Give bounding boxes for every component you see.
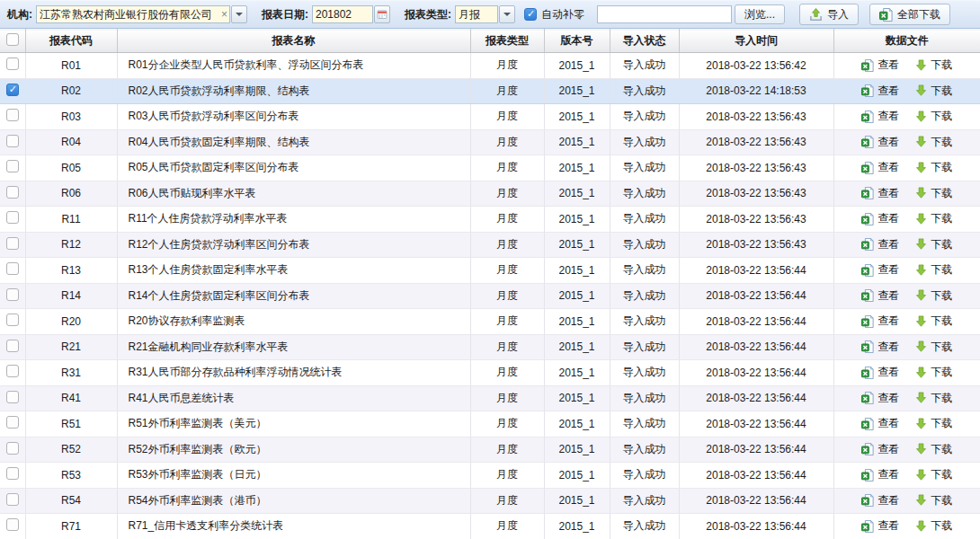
- table-row[interactable]: R21 R21金融机构同业存款利率水平表 月度 2015_1 导入成功 2018…: [0, 334, 980, 360]
- view-link[interactable]: 查看: [861, 340, 899, 355]
- header-status[interactable]: 导入状态: [610, 30, 679, 53]
- table-row[interactable]: R41 R41人民币息差统计表 月度 2015_1 导入成功 2018-03-2…: [0, 385, 980, 411]
- table-row[interactable]: R03 R03人民币贷款浮动利率区间分布表 月度 2015_1 导入成功 201…: [0, 104, 980, 130]
- row-checkbox[interactable]: [6, 365, 19, 377]
- download-link[interactable]: 下载: [915, 442, 952, 457]
- view-link[interactable]: 查看: [861, 262, 899, 278]
- view-link[interactable]: 查看: [861, 57, 899, 73]
- row-checkbox[interactable]: [6, 314, 19, 326]
- header-type[interactable]: 报表类型: [470, 30, 544, 53]
- table-row[interactable]: R52 R52外币利率监测表（欧元） 月度 2015_1 导入成功 2018-0…: [0, 437, 980, 463]
- row-checkbox[interactable]: [6, 442, 19, 455]
- download-link[interactable]: 下载: [915, 57, 952, 73]
- view-link[interactable]: 查看: [861, 518, 899, 534]
- row-checkbox[interactable]: [6, 57, 19, 70]
- date-picker-button[interactable]: [374, 5, 390, 23]
- view-link[interactable]: 查看: [861, 186, 899, 201]
- row-checkbox[interactable]: [6, 109, 19, 121]
- download-link[interactable]: 下载: [915, 288, 952, 304]
- import-button[interactable]: 导入: [799, 4, 859, 25]
- select-all-checkbox[interactable]: [6, 33, 19, 46]
- view-link[interactable]: 查看: [861, 416, 899, 431]
- org-input[interactable]: [36, 5, 230, 23]
- row-checkbox[interactable]: [6, 288, 19, 301]
- view-link[interactable]: 查看: [861, 84, 899, 99]
- download-link[interactable]: 下载: [915, 186, 952, 201]
- download-all-button[interactable]: 全部下载: [869, 4, 950, 25]
- table-row[interactable]: R13 R13个人住房贷款固定利率水平表 月度 2015_1 导入成功 2018…: [0, 258, 980, 284]
- report-name: R54外币利率监测表（港币）: [117, 488, 470, 514]
- row-checkbox[interactable]: [6, 135, 19, 147]
- report-type: 月度: [470, 309, 544, 335]
- header-code[interactable]: 报表代码: [25, 30, 117, 53]
- download-link[interactable]: 下载: [915, 84, 952, 99]
- table-row[interactable]: R06 R06人民币贴现利率水平表 月度 2015_1 导入成功 2018-03…: [0, 181, 980, 207]
- table-row[interactable]: R20 R20协议存款利率监测表 月度 2015_1 导入成功 2018-03-…: [0, 309, 980, 335]
- download-link[interactable]: 下载: [915, 160, 952, 175]
- view-link[interactable]: 查看: [861, 442, 899, 457]
- table-row[interactable]: R54 R54外币利率监测表（港币） 月度 2015_1 导入成功 2018-0…: [0, 488, 980, 514]
- view-link[interactable]: 查看: [861, 160, 899, 175]
- view-link[interactable]: 查看: [861, 237, 899, 252]
- table-row[interactable]: R31 R31人民币部分存款品种利率浮动情况统计表 月度 2015_1 导入成功…: [0, 360, 980, 386]
- browse-button[interactable]: 浏览...: [735, 4, 785, 24]
- row-checkbox[interactable]: [6, 467, 19, 480]
- table-row[interactable]: R02 R02人民币贷款浮动利率期限、结构表 月度 2015_1 导入成功 20…: [0, 78, 980, 104]
- type-dropdown-button[interactable]: [499, 5, 515, 23]
- download-link[interactable]: 下载: [915, 493, 952, 508]
- view-link[interactable]: 查看: [861, 288, 899, 304]
- view-link[interactable]: 查看: [861, 211, 899, 226]
- file-input[interactable]: [597, 5, 732, 23]
- download-link[interactable]: 下载: [915, 365, 952, 380]
- row-checkbox[interactable]: [6, 186, 19, 199]
- download-link[interactable]: 下载: [915, 518, 952, 534]
- table-row[interactable]: R12 R12个人住房贷款浮动利率区间分布表 月度 2015_1 导入成功 20…: [0, 232, 980, 258]
- row-checkbox[interactable]: [6, 237, 19, 250]
- row-checkbox[interactable]: [6, 391, 19, 403]
- download-link[interactable]: 下载: [915, 416, 952, 431]
- row-checkbox[interactable]: [6, 493, 19, 506]
- download-link[interactable]: 下载: [915, 314, 952, 329]
- autofill-checkbox[interactable]: [524, 8, 537, 21]
- download-link[interactable]: 下载: [915, 237, 952, 252]
- row-checkbox[interactable]: [6, 518, 19, 531]
- view-link[interactable]: 查看: [861, 365, 899, 380]
- download-link[interactable]: 下载: [915, 211, 952, 226]
- table-row[interactable]: R05 R05人民币贷款固定利率区间分布表 月度 2015_1 导入成功 201…: [0, 155, 980, 181]
- view-link[interactable]: 查看: [861, 391, 899, 406]
- row-checkbox[interactable]: [6, 211, 19, 224]
- excel-icon: [861, 238, 874, 251]
- download-link[interactable]: 下载: [915, 467, 952, 482]
- view-link[interactable]: 查看: [861, 314, 899, 329]
- download-link[interactable]: 下载: [915, 135, 952, 150]
- select-all-header[interactable]: [0, 30, 25, 53]
- table-row[interactable]: R53 R53外币利率监测表（日元） 月度 2015_1 导入成功 2018-0…: [0, 463, 980, 489]
- download-link[interactable]: 下载: [915, 109, 952, 124]
- view-link[interactable]: 查看: [861, 109, 899, 124]
- header-version[interactable]: 版本号: [544, 30, 610, 53]
- table-row[interactable]: R51 R51外币利率监测表（美元） 月度 2015_1 导入成功 2018-0…: [0, 411, 980, 437]
- table-row[interactable]: R11 R11个人住房贷款浮动利率水平表 月度 2015_1 导入成功 2018…: [0, 207, 980, 233]
- table-row[interactable]: R14 R14个人住房贷款固定利率区间分布表 月度 2015_1 导入成功 20…: [0, 283, 980, 309]
- header-time[interactable]: 导入时间: [679, 30, 833, 53]
- view-link[interactable]: 查看: [861, 467, 899, 482]
- table-row[interactable]: R71 R71_信用卡透支利率分类统计表 月度 2015_1 导入成功 2018…: [0, 514, 980, 539]
- header-files[interactable]: 数据文件: [833, 30, 980, 53]
- download-link[interactable]: 下载: [915, 391, 952, 406]
- view-link[interactable]: 查看: [861, 135, 899, 150]
- download-link[interactable]: 下载: [915, 262, 952, 278]
- header-name[interactable]: 报表名称: [117, 30, 470, 53]
- row-checkbox[interactable]: [6, 84, 19, 96]
- org-dropdown-button[interactable]: [231, 5, 247, 23]
- row-checkbox[interactable]: [6, 262, 19, 275]
- view-link[interactable]: 查看: [861, 493, 899, 508]
- row-checkbox[interactable]: [6, 340, 19, 352]
- date-input[interactable]: [312, 5, 373, 23]
- row-checkbox[interactable]: [6, 416, 19, 429]
- table-row[interactable]: R04 R04人民币贷款固定利率期限、结构表 月度 2015_1 导入成功 20…: [0, 129, 980, 155]
- table-row[interactable]: R01 R01分企业类型人民币贷款利率、浮动区间分布表 月度 2015_1 导入…: [0, 53, 980, 79]
- row-checkbox[interactable]: [6, 160, 19, 172]
- type-input[interactable]: [455, 5, 498, 23]
- clear-icon[interactable]: ×: [221, 7, 227, 22]
- download-link[interactable]: 下载: [915, 340, 952, 355]
